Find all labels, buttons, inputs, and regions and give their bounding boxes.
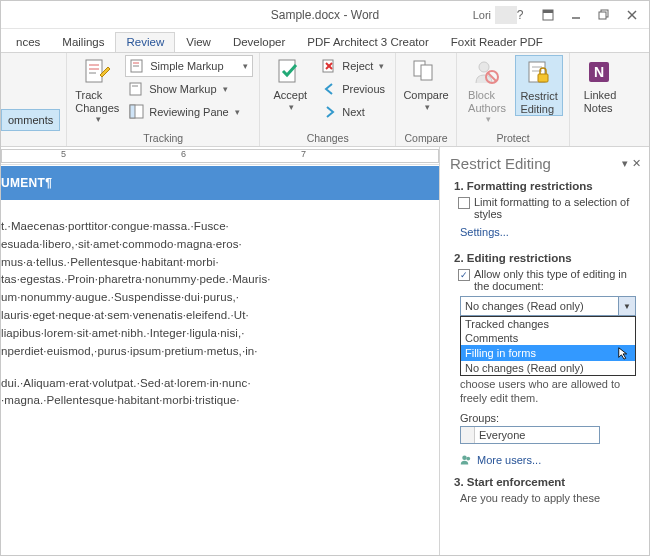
block-authors-icon (472, 57, 502, 87)
chevron-down-icon[interactable]: ▼ (618, 297, 635, 315)
reviewing-pane-icon (129, 104, 145, 120)
reject-button[interactable]: Reject▾ (318, 55, 389, 77)
group-label (1, 131, 60, 146)
section-enforcement-heading: 3. Start enforcement (454, 476, 637, 488)
option-tracked-changes[interactable]: Tracked changes (461, 317, 635, 331)
window-title: Sample.docx - Word (271, 8, 380, 22)
svg-point-24 (479, 62, 489, 72)
ribbon-display-options-icon[interactable] (535, 4, 561, 26)
svg-rect-1 (543, 10, 553, 13)
accept-icon (275, 57, 305, 87)
previous-button[interactable]: Previous (318, 78, 389, 100)
exceptions-note: choose users who are allowed to freely e… (460, 378, 631, 406)
pane-title: Restrict Editing (450, 155, 551, 172)
svg-rect-14 (130, 83, 141, 95)
track-changes-button[interactable]: TrackChanges▾ (73, 55, 121, 125)
section-formatting-heading: 1. Formatting restrictions (454, 180, 637, 192)
compare-button[interactable]: Compare▾ (402, 55, 450, 112)
compare-icon (411, 57, 441, 87)
markup-combo[interactable]: Simple Markup▾ (125, 55, 253, 77)
groups-everyone-checkbox[interactable]: Everyone (460, 426, 600, 444)
pane-options-icon[interactable]: ▾ (622, 157, 628, 170)
allow-editing-checkbox[interactable]: ✓ Allow only this type of editing in the… (458, 268, 637, 292)
tab-review[interactable]: Review (115, 32, 175, 52)
accept-button[interactable]: Accept▾ (266, 55, 314, 112)
restore-icon[interactable] (591, 4, 617, 26)
next-icon (322, 104, 338, 120)
linked-notes-button[interactable]: N LinkedNotes (576, 55, 624, 114)
settings-link[interactable]: Settings... (460, 226, 509, 238)
previous-icon (322, 81, 338, 97)
group-onenote-label (576, 131, 624, 146)
show-markup-button[interactable]: Show Markup▾ (125, 78, 253, 100)
reviewing-pane-button[interactable]: Reviewing Pane▾ (125, 101, 253, 123)
tab-view[interactable]: View (175, 32, 222, 52)
title-bar: Sample.docx - Word ? Lori (1, 1, 649, 29)
document-body: t.·Maecenas·porttitor·congue·massa.·Fusc… (1, 218, 439, 410)
pane-close-icon[interactable]: ✕ (632, 157, 641, 170)
ribbon: omments TrackChanges▾ Simple Markup▾ Sho… (1, 53, 649, 147)
track-changes-icon (82, 57, 112, 87)
block-authors-button[interactable]: BlockAuthors▾ (463, 55, 511, 125)
editing-type-combo[interactable]: No changes (Read only) ▼ (460, 296, 636, 316)
group-protect-label: Protect (463, 131, 563, 146)
group-tracking-label: Tracking (73, 131, 253, 146)
tab-developer[interactable]: Developer (222, 32, 296, 52)
svg-point-34 (466, 456, 470, 460)
enforcement-question: Are you ready to apply these (460, 492, 631, 506)
group-changes-label: Changes (266, 131, 389, 146)
users-icon (460, 454, 472, 466)
tab-mailings[interactable]: Mailings (51, 32, 115, 52)
tab-pdf-architect[interactable]: PDF Architect 3 Creator (296, 32, 439, 52)
groups-label: Groups: (460, 412, 631, 424)
user-name: Lori (473, 9, 491, 21)
option-no-changes[interactable]: No changes (Read only) (461, 361, 635, 375)
svg-point-33 (462, 455, 467, 460)
onenote-icon: N (585, 57, 615, 87)
svg-rect-17 (130, 105, 135, 118)
tab-foxit[interactable]: Foxit Reader PDF (440, 32, 554, 52)
minimize-icon[interactable] (563, 4, 589, 26)
svg-rect-4 (599, 12, 606, 19)
option-filling-in-forms[interactable]: Filling in forms (461, 345, 635, 361)
restrict-editing-icon (524, 58, 554, 88)
restrict-editing-pane: Restrict Editing ▾ ✕ 1. Formatting restr… (439, 147, 649, 555)
section-editing-heading: 2. Editing restrictions (454, 252, 637, 264)
user-avatar[interactable] (495, 6, 517, 24)
editing-type-dropdown: Tracked changes Comments Filling in form… (460, 316, 636, 376)
svg-rect-7 (86, 60, 102, 82)
option-comments[interactable]: Comments (461, 331, 635, 345)
svg-text:N: N (594, 64, 604, 80)
cursor-icon (617, 346, 631, 360)
svg-rect-23 (421, 65, 432, 80)
svg-rect-30 (538, 74, 548, 82)
group-compare-label: Compare (402, 131, 450, 146)
tab-references[interactable]: nces (5, 32, 51, 52)
more-users-link[interactable]: More users... (460, 454, 637, 466)
close-icon[interactable] (619, 4, 645, 26)
markup-icon (130, 58, 146, 74)
reject-icon (322, 58, 338, 74)
ribbon-tabs: nces Mailings Review View Developer PDF … (1, 29, 649, 53)
document-area[interactable]: UMENT¶ t.·Maecenas·porttitor·congue·mass… (1, 166, 439, 555)
next-button[interactable]: Next (318, 101, 389, 123)
limit-formatting-checkbox[interactable]: Limit formatting to a selection of style… (458, 196, 637, 220)
show-markup-icon (129, 81, 145, 97)
restrict-editing-button[interactable]: RestrictEditing (515, 55, 563, 116)
track-changes-label: TrackChanges (75, 89, 119, 114)
document-heading: UMENT¶ (1, 166, 439, 218)
comments-button[interactable]: omments (1, 109, 60, 131)
